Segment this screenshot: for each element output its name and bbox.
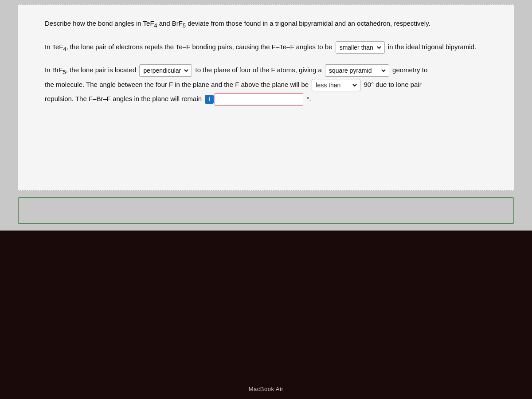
tef4-block: In TeF4, the lone pair of electrons repe… (45, 41, 487, 54)
brf5-block1: In BrF5, the lone pair is located perpen… (45, 64, 487, 106)
green-outline-box (18, 197, 514, 224)
perpendicular-select[interactable]: perpendicular parallel diagonal (139, 64, 192, 77)
smaller-than-select[interactable]: smaller than larger than equal to (336, 41, 385, 54)
question-text: Describe how the bond angles in TeF4 and… (45, 18, 487, 31)
tef4-dropdown[interactable]: smaller than larger than equal to (338, 43, 383, 51)
brf5-text3: repulsion. The F–Br–F angles in the plan… (45, 93, 487, 106)
angle-input[interactable] (215, 93, 303, 106)
less-than-select[interactable]: less than greater than equal to (312, 79, 360, 91)
degree-symbol: ° (306, 95, 309, 102)
macbook-label: MacBook Air (249, 386, 283, 392)
input-box-container: i (205, 93, 303, 106)
brf5-dropdown1[interactable]: perpendicular parallel diagonal (141, 66, 190, 74)
brf5-dropdown3[interactable]: less than greater than equal to (314, 81, 358, 89)
content-area: Describe how the bond angles in TeF4 and… (18, 4, 514, 191)
question-block: Describe how the bond angles in TeF4 and… (45, 18, 487, 31)
info-icon[interactable]: i (205, 95, 214, 104)
tef4-text: In TeF4, the lone pair of electrons repe… (45, 41, 487, 54)
brf5-text2: the molecule. The angle between the four… (45, 79, 487, 91)
square-pyramid-select[interactable]: square pyramid trigonal bipyramid octahe… (325, 64, 389, 77)
brf5-dropdown2[interactable]: square pyramid trigonal bipyramid octahe… (327, 66, 387, 74)
mac-screen: MacBook Air ✉️ 🔔 🌸 📹 DEC 5 📹 💬 1 🧭 (0, 231, 532, 399)
brf5-text1: In BrF5, the lone pair is located perpen… (45, 64, 487, 77)
